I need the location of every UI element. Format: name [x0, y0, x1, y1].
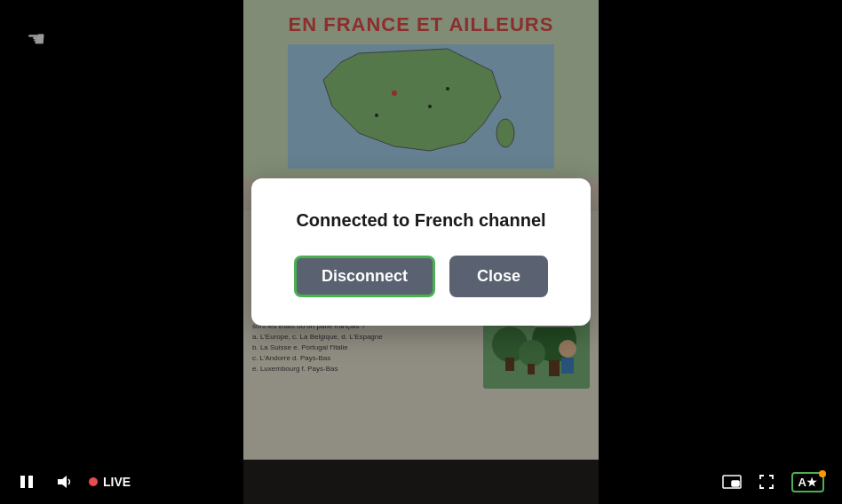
video-container: ☚ EN FRANCE ET AILLEURS	[0, 0, 842, 504]
live-label: LIVE	[103, 475, 131, 489]
svg-rect-22	[732, 481, 739, 486]
fullscreen-button[interactable]	[754, 469, 779, 494]
volume-icon	[55, 473, 73, 491]
live-badge: LIVE	[89, 475, 131, 489]
dialog-box: Connected to French channel Disconnect C…	[251, 178, 591, 326]
live-dot	[89, 477, 98, 486]
controls-bar: LIVE A	[0, 460, 842, 504]
svg-rect-19	[28, 476, 33, 488]
pause-icon	[18, 473, 36, 491]
fullscreen-icon	[758, 473, 775, 491]
ab-badge: A★	[791, 472, 824, 492]
controls-right: A★	[719, 469, 828, 496]
dialog-buttons: Disconnect Close	[294, 256, 548, 297]
svg-marker-20	[58, 476, 67, 488]
disconnect-button[interactable]: Disconnect	[294, 256, 435, 297]
notification-dot	[819, 470, 826, 477]
pip-icon	[722, 475, 742, 489]
pip-button[interactable]	[719, 471, 745, 492]
modal-overlay: Connected to French channel Disconnect C…	[0, 0, 842, 504]
ab-label: A★	[798, 476, 817, 489]
ab-button[interactable]: A★	[788, 469, 828, 496]
close-button[interactable]: Close	[449, 256, 548, 297]
svg-rect-18	[20, 476, 25, 488]
play-pause-button[interactable]	[14, 469, 39, 494]
dialog-title: Connected to French channel	[296, 210, 545, 231]
controls-left: LIVE	[14, 469, 719, 494]
volume-button[interactable]	[52, 469, 76, 494]
